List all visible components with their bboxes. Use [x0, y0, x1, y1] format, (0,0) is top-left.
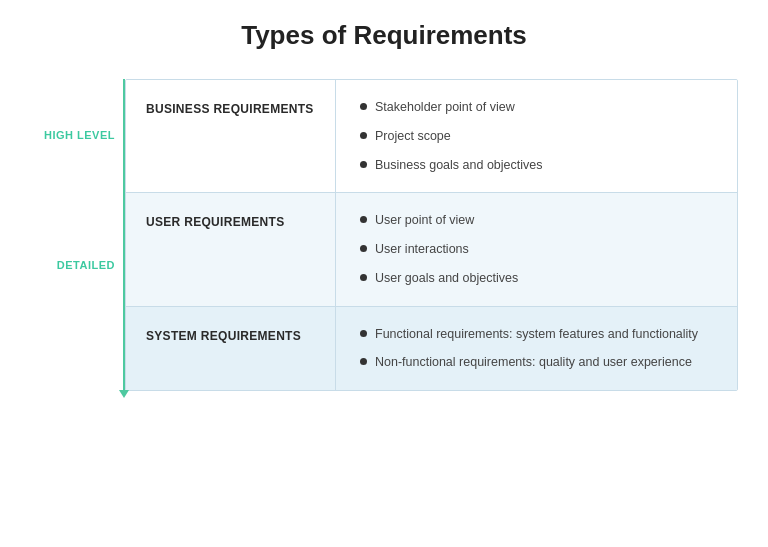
detailed-label: DETAILED	[57, 259, 115, 271]
bullet-dot	[360, 132, 367, 139]
bullet-dot	[360, 358, 367, 365]
business-bullet-3-text: Business goals and objectives	[375, 156, 542, 175]
business-type-label: BUSINESS REQUIREMENTS	[146, 102, 314, 116]
user-bullet-3-text: User goals and objectives	[375, 269, 518, 288]
system-bullet-2-text: Non-functional requirements: quality and…	[375, 353, 692, 372]
system-type-cell: SYSTEM REQUIREMENTS	[126, 307, 336, 391]
user-bullet-3: User goals and objectives	[360, 269, 719, 288]
level-labels: HIGH LEVEL DETAILED	[30, 79, 125, 391]
diagram-container: HIGH LEVEL DETAILED BUSINESS REQUIREMENT…	[30, 79, 738, 391]
bullet-dot	[360, 245, 367, 252]
business-bullet-1-text: Stakeholder point of view	[375, 98, 515, 117]
user-type-cell: USER REQUIREMENTS	[126, 193, 336, 305]
business-bullet-2: Project scope	[360, 127, 719, 146]
bullet-dot	[360, 330, 367, 337]
user-bullet-list: User point of view User interactions Use…	[360, 211, 719, 287]
system-type-label: SYSTEM REQUIREMENTS	[146, 329, 301, 343]
system-bullet-1-text: Functional requirements: system features…	[375, 325, 698, 344]
user-type-label: USER REQUIREMENTS	[146, 215, 284, 229]
system-requirements-row: SYSTEM REQUIREMENTS Functional requireme…	[126, 307, 737, 391]
bullet-dot	[360, 161, 367, 168]
system-bullet-1: Functional requirements: system features…	[360, 325, 719, 344]
business-type-cell: BUSINESS REQUIREMENTS	[126, 80, 336, 192]
level-line	[123, 79, 125, 391]
business-bullet-3: Business goals and objectives	[360, 156, 719, 175]
user-bullet-1: User point of view	[360, 211, 719, 230]
user-bullet-2: User interactions	[360, 240, 719, 259]
page-title: Types of Requirements	[30, 20, 738, 51]
high-level-label: HIGH LEVEL	[44, 129, 115, 141]
business-bullet-2-text: Project scope	[375, 127, 451, 146]
bullet-dot	[360, 216, 367, 223]
system-details-cell: Functional requirements: system features…	[336, 307, 737, 391]
requirements-table: BUSINESS REQUIREMENTS Stakeholder point …	[125, 79, 738, 391]
system-bullet-list: Functional requirements: system features…	[360, 325, 719, 373]
bullet-dot	[360, 103, 367, 110]
business-bullet-1: Stakeholder point of view	[360, 98, 719, 117]
bullet-dot	[360, 274, 367, 281]
business-details-cell: Stakeholder point of view Project scope …	[336, 80, 737, 192]
user-bullet-2-text: User interactions	[375, 240, 469, 259]
business-requirements-row: BUSINESS REQUIREMENTS Stakeholder point …	[126, 80, 737, 193]
user-bullet-1-text: User point of view	[375, 211, 474, 230]
user-details-cell: User point of view User interactions Use…	[336, 193, 737, 305]
system-bullet-2: Non-functional requirements: quality and…	[360, 353, 719, 372]
business-bullet-list: Stakeholder point of view Project scope …	[360, 98, 719, 174]
user-requirements-row: USER REQUIREMENTS User point of view Use…	[126, 193, 737, 306]
page-container: Types of Requirements HIGH LEVEL DETAILE…	[30, 20, 738, 391]
